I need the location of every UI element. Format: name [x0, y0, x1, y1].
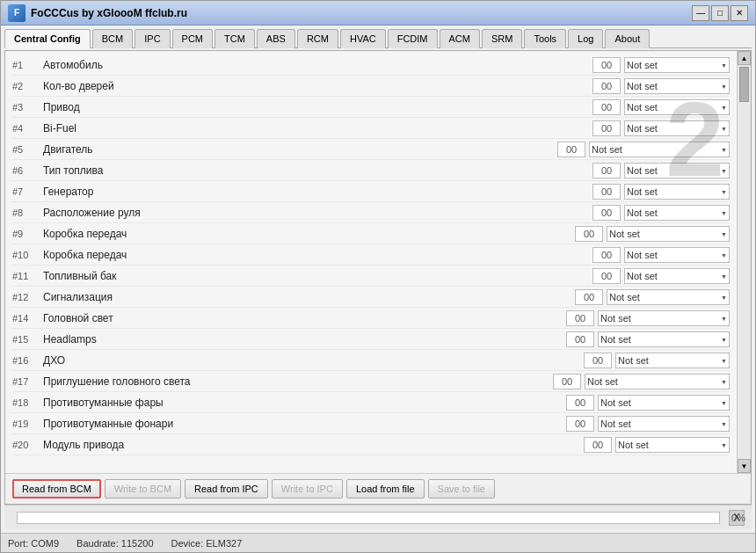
row-number: #19: [12, 418, 43, 429]
scroll-down-button[interactable]: ▼: [738, 459, 751, 473]
tab-about[interactable]: About: [605, 29, 650, 48]
row-label: Автомобиль: [43, 59, 592, 71]
row-select[interactable]: Not set: [589, 142, 730, 157]
table-row: #14Головной свет00Not set: [12, 308, 730, 329]
tab-ipc[interactable]: IPC: [134, 29, 170, 48]
table-row: #3Привод00Not set: [12, 97, 730, 118]
close-button[interactable]: ✕: [731, 5, 748, 21]
row-number: #17: [12, 376, 43, 387]
window-controls: — □ ✕: [692, 5, 748, 21]
tab-acm[interactable]: ACM: [440, 29, 480, 48]
row-number: #15: [12, 334, 43, 345]
save-file-button[interactable]: Save to file: [428, 479, 495, 498]
progress-bar-area: 0% X: [4, 505, 752, 529]
tab-log[interactable]: Log: [568, 29, 603, 48]
row-hex-value: 00: [566, 331, 594, 347]
table-row: #9Коробка передач00Not set: [12, 223, 730, 244]
main-panel: #1Автомобиль00Not set#2Кол-во дверей00No…: [4, 50, 752, 505]
row-select[interactable]: Not set: [615, 437, 730, 453]
row-select[interactable]: Not set: [624, 268, 730, 284]
row-hex-value: 00: [592, 247, 621, 263]
write-bcm-button[interactable]: Write to BCM: [105, 479, 181, 498]
config-area-inner: #1Автомобиль00Not set#2Кол-во дверей00No…: [5, 51, 751, 473]
row-hex-value: 00: [592, 163, 621, 178]
row-select-wrapper: Not set: [624, 99, 730, 115]
row-select[interactable]: Not set: [624, 163, 730, 178]
row-label: Генератор: [43, 186, 592, 198]
bottom-status-bar: Port: COM9 Baudrate: 115200 Device: ELM3…: [1, 533, 755, 552]
table-row: #17Приглушение головного света00Not set: [12, 371, 730, 392]
table-row: #6Тип топлива00Not set: [12, 160, 730, 181]
title-bar: F FoCCCus by xGloooM ffclub.ru — □ ✕: [1, 1, 755, 25]
row-select[interactable]: Not set: [624, 247, 730, 263]
row-select-wrapper: Not set: [598, 395, 730, 411]
row-hex-value: 00: [592, 184, 621, 200]
row-hex-value: 00: [575, 289, 603, 305]
row-number: #7: [12, 186, 43, 197]
row-label: Кол-во дверей: [43, 80, 592, 92]
row-select-wrapper: Not set: [589, 142, 730, 157]
main-window: F FoCCCus by xGloooM ffclub.ru — □ ✕ Cen…: [0, 0, 756, 553]
row-select-wrapper: Not set: [624, 184, 730, 200]
row-select[interactable]: Not set: [598, 331, 730, 347]
row-number: #16: [12, 355, 43, 366]
row-label: Топливный бак: [43, 270, 592, 282]
row-label: Bi-Fuel: [43, 122, 592, 135]
row-select-wrapper: Not set: [598, 416, 730, 432]
row-number: #12: [12, 292, 43, 302]
device-status: Device: ELM327: [171, 538, 243, 549]
tab-rcm[interactable]: RCM: [297, 29, 338, 48]
write-ipc-button[interactable]: Write to IPC: [272, 479, 343, 498]
tab-central-config[interactable]: Central Config: [4, 29, 91, 48]
row-select[interactable]: Not set: [624, 99, 730, 115]
row-select[interactable]: Not set: [624, 184, 730, 200]
table-row: #16ДХО00Not set: [12, 350, 730, 371]
row-select-wrapper: Not set: [598, 331, 730, 347]
maximize-button[interactable]: □: [711, 5, 729, 21]
config-area: #1Автомобиль00Not set#2Кол-во дверей00No…: [5, 51, 751, 473]
row-hex-value: 00: [592, 57, 621, 73]
row-label: Модуль привода: [43, 439, 584, 451]
row-number: #10: [12, 250, 43, 260]
row-select[interactable]: Not set: [607, 226, 730, 242]
row-select[interactable]: Not set: [607, 289, 730, 305]
config-list[interactable]: #1Автомобиль00Not set#2Кол-во дверей00No…: [5, 51, 737, 473]
row-hex-value: 00: [566, 416, 594, 432]
table-row: #4Bi-Fuel00Not set: [12, 118, 730, 139]
app-icon: F: [8, 4, 25, 22]
row-number: #18: [12, 397, 43, 408]
row-select-wrapper: Not set: [607, 226, 730, 242]
tab-abs[interactable]: ABS: [257, 29, 295, 48]
row-select[interactable]: Not set: [624, 57, 730, 73]
row-label: Расположение руля: [43, 207, 592, 219]
row-hex-value: 00: [557, 142, 585, 157]
tab-tcm[interactable]: TCM: [214, 29, 255, 48]
row-select[interactable]: Not set: [585, 374, 730, 389]
row-hex-value: 00: [584, 437, 612, 453]
table-row: #15Headlamps00Not set: [12, 329, 730, 350]
row-label: Коробка передач: [43, 249, 592, 261]
scroll-up-button[interactable]: ▲: [738, 51, 751, 65]
row-select[interactable]: Not set: [598, 395, 730, 411]
row-select[interactable]: Not set: [624, 205, 730, 221]
read-bcm-button[interactable]: Read from BCM: [12, 479, 101, 498]
row-hex-value: 00: [592, 205, 621, 221]
row-select[interactable]: Not set: [624, 120, 730, 136]
tab-fcdim[interactable]: FCDIM: [388, 29, 438, 48]
tab-srm[interactable]: SRM: [482, 29, 522, 48]
tab-tools[interactable]: Tools: [524, 29, 566, 48]
read-ipc-button[interactable]: Read from IPC: [185, 479, 268, 498]
load-file-button[interactable]: Load from file: [346, 479, 425, 498]
row-number: #1: [12, 60, 43, 70]
row-select[interactable]: Not set: [598, 310, 730, 326]
row-select[interactable]: Not set: [598, 416, 730, 432]
row-select[interactable]: Not set: [615, 353, 730, 368]
row-select-wrapper: Not set: [607, 289, 730, 305]
row-select[interactable]: Not set: [624, 78, 730, 94]
tab-pcm[interactable]: PCM: [172, 29, 213, 48]
buttons-bar: Read from BCM Write to BCM Read from IPC…: [5, 473, 751, 504]
tab-hvac[interactable]: HVAC: [340, 29, 386, 48]
minimize-button[interactable]: —: [692, 5, 709, 21]
scrollbar-thumb[interactable]: [739, 67, 749, 102]
tab-bcm[interactable]: BCM: [92, 29, 133, 48]
